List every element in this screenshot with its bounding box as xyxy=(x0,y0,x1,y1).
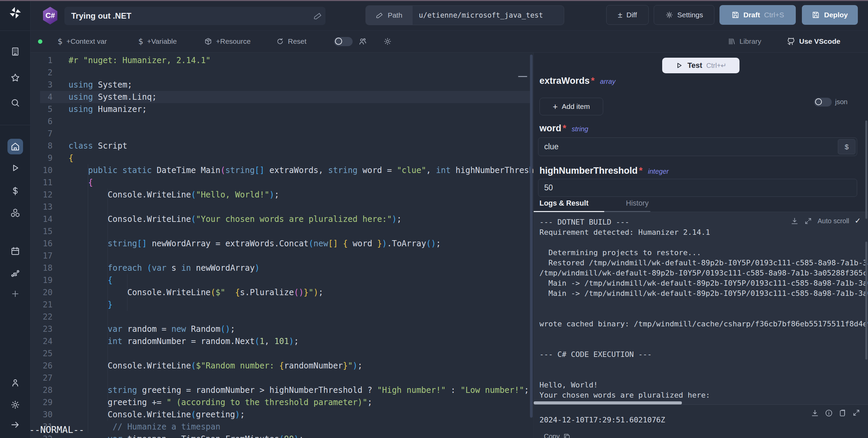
edit-path-icon xyxy=(376,12,383,19)
required-star: * xyxy=(639,166,643,176)
json-toggle[interactable] xyxy=(814,98,832,107)
line-number: 25 xyxy=(31,347,53,360)
required-star: * xyxy=(563,123,567,134)
sidebar-item-resources[interactable] xyxy=(10,208,21,218)
line-number: 4 xyxy=(31,91,53,103)
diff-button[interactable]: ± Diff xyxy=(606,5,649,25)
code-line[interactable]: { xyxy=(68,176,93,189)
sidebar-item-settings[interactable] xyxy=(10,400,20,410)
use-vscode-button[interactable]: Use VScode xyxy=(787,31,840,52)
path-value: u/etienne/microsoft_java_test xyxy=(413,6,564,25)
editor-settings-icon[interactable] xyxy=(383,31,392,52)
test-button[interactable]: Test Ctrl+↵ xyxy=(662,58,739,73)
editor-scrollbar[interactable] xyxy=(530,55,533,418)
code-line[interactable]: using System; xyxy=(68,79,132,91)
logs-horizontal-scrollbar[interactable] xyxy=(534,401,682,404)
code-line[interactable]: public static DateTime Main(string[] ext… xyxy=(68,164,533,176)
code-line[interactable]: Console.WriteLine("Hello, World!"); xyxy=(68,189,279,201)
code-editor[interactable]: 1234567891011121314151617181920212223242… xyxy=(31,53,533,438)
variable-picker-button[interactable]: $ xyxy=(838,139,855,154)
code-line[interactable]: greeting += " (according to the threshol… xyxy=(68,396,372,408)
code-line[interactable]: string[] newWordArray = extraWords.Conca… xyxy=(68,237,441,250)
diff-mode-toggle[interactable] xyxy=(334,31,353,52)
log-line: Requirement detected: Humanizer 2.14.1 xyxy=(539,227,710,237)
code-line[interactable]: using Humanizer; xyxy=(68,103,147,115)
download-icon[interactable] xyxy=(811,409,819,417)
tab-history[interactable]: History xyxy=(626,199,649,208)
windmill-logo-icon[interactable] xyxy=(8,5,23,20)
add-resource-button[interactable]: +Resource xyxy=(204,31,251,52)
line-number: 29 xyxy=(31,396,53,408)
line-number: 5 xyxy=(31,103,53,115)
code-line[interactable]: { xyxy=(68,274,113,286)
expand-icon[interactable] xyxy=(804,217,812,225)
deploy-button[interactable]: Deploy xyxy=(802,5,858,25)
log-line: Your chosen words are pluralized here: xyxy=(539,390,710,400)
line-number: 19 xyxy=(31,274,53,286)
script-title-input[interactable]: Trying out .NET xyxy=(64,7,326,25)
code-line[interactable]: foreach (var s in newWordArray) xyxy=(68,262,260,274)
expand-icon[interactable] xyxy=(852,409,860,417)
json-toggle-label: json xyxy=(835,98,848,106)
code-line[interactable]: var random = new Random(); xyxy=(68,323,235,335)
code-line[interactable]: Console.WriteLine("Your chosen words are… xyxy=(68,213,402,225)
add-variable-button[interactable]: $ +Variable xyxy=(138,31,177,52)
field-label-threshold: highNumberThreshold * integer xyxy=(539,166,669,176)
tab-logs-result[interactable]: Logs & Result xyxy=(539,199,589,208)
clipboard-icon[interactable] xyxy=(839,409,847,417)
code-line[interactable]: } xyxy=(68,299,113,311)
field-label-extrawords: extraWords * array xyxy=(539,76,615,86)
code-line[interactable]: Console.WriteLine($"Random number: {rand… xyxy=(68,360,362,372)
line-number: 2 xyxy=(31,66,53,79)
line-number: 17 xyxy=(31,250,53,262)
code-line[interactable]: string greeting = randomNumber > highNum… xyxy=(68,384,529,396)
code-line[interactable]: // Humanize a timespan xyxy=(68,421,220,433)
sidebar-collapse-icon[interactable] xyxy=(10,420,20,430)
sidebar-item-account[interactable] xyxy=(10,378,20,388)
threshold-input[interactable]: 50 xyxy=(538,179,857,197)
info-icon[interactable] xyxy=(825,409,833,417)
logs-scrollbar[interactable] xyxy=(865,242,867,360)
copy-result-button[interactable]: Copy xyxy=(544,433,571,438)
check-icon[interactable]: ✓ xyxy=(855,216,861,225)
search-icon[interactable] xyxy=(10,98,20,108)
add-context-var-button[interactable]: $ +Context var xyxy=(58,31,107,52)
add-item-button[interactable]: + Add item xyxy=(539,98,603,115)
field-type: integer xyxy=(648,168,669,175)
sidebar-item-triggers[interactable] xyxy=(10,268,20,279)
play-icon xyxy=(675,61,683,70)
code-line[interactable]: { xyxy=(68,152,73,164)
sidebar-item-add[interactable] xyxy=(11,289,20,299)
reset-button[interactable]: Reset xyxy=(276,31,307,52)
sidebar-item-runs[interactable] xyxy=(10,163,20,173)
line-number: 23 xyxy=(31,323,53,335)
line-number: 12 xyxy=(31,189,53,201)
code-line[interactable]: Console.WriteLine($" {s.Pluralize()}"); xyxy=(68,286,323,299)
word-input[interactable]: clue $ xyxy=(538,137,857,156)
run-panel: Test Ctrl+↵ extraWords * array + Add ite… xyxy=(533,53,868,438)
window-top-edge xyxy=(0,0,868,1)
code-line[interactable]: var timespan = TimeSpan.FromMinutes(90); xyxy=(68,433,304,438)
editor-decoration-dash xyxy=(518,76,527,77)
download-icon[interactable] xyxy=(790,217,799,225)
library-button[interactable]: Library xyxy=(728,31,761,52)
csharp-logo: C# xyxy=(42,7,58,24)
sidebar-item-workspace[interactable] xyxy=(10,46,20,57)
logs-pane[interactable]: --- DOTNET BUILD ---Requirement detected… xyxy=(534,212,868,404)
edit-title-icon[interactable] xyxy=(314,12,322,20)
sidebar-item-variables[interactable] xyxy=(10,186,20,196)
code-line[interactable]: using System.Linq; xyxy=(68,91,157,103)
status-dot xyxy=(38,39,42,44)
collaborators-icon[interactable] xyxy=(358,31,367,52)
code-line[interactable]: class Script xyxy=(68,140,127,152)
path-field[interactable]: Path u/etienne/microsoft_java_test xyxy=(366,5,564,25)
code-line[interactable]: int randomNumber = random.Next(1, 101); xyxy=(68,335,299,347)
code-line[interactable]: #r "nuget: Humanizer, 2.14.1" xyxy=(68,54,211,66)
panel-scrollbar[interactable] xyxy=(865,120,867,219)
code-line[interactable]: Console.WriteLine(greeting); xyxy=(68,408,245,421)
draft-button[interactable]: Draft Ctrl+S xyxy=(719,5,796,25)
sidebar-item-schedules[interactable] xyxy=(10,246,20,256)
settings-button[interactable]: Settings xyxy=(654,5,714,25)
indent-guide xyxy=(127,274,127,311)
sidebar-item-favorites[interactable] xyxy=(10,73,20,83)
